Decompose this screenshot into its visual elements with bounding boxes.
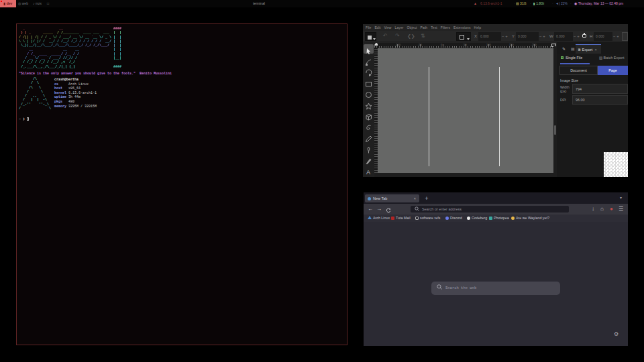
svg-text:A: A <box>366 169 370 176</box>
